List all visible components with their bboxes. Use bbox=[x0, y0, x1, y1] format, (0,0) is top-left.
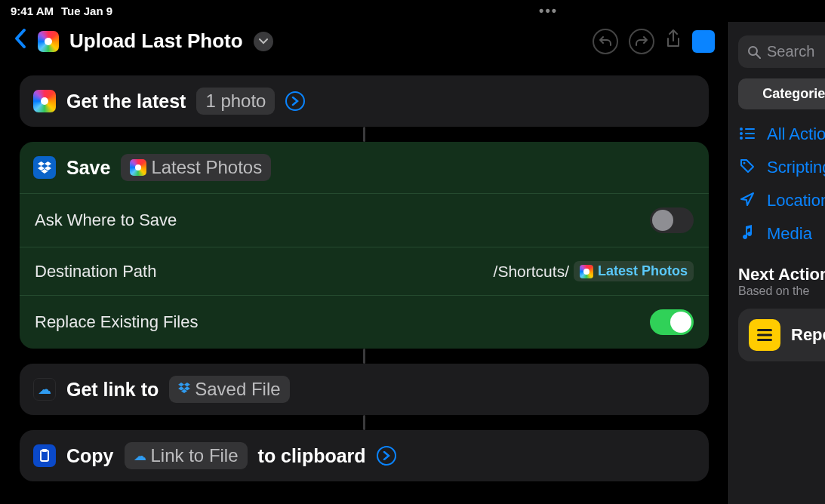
next-action-heading: Next Action bbox=[738, 265, 825, 284]
cloud-icon: ☁ bbox=[33, 378, 56, 401]
redo-icon bbox=[635, 35, 648, 48]
suggestion-repeat[interactable]: Repeat bbox=[738, 309, 825, 361]
svg-rect-0 bbox=[41, 450, 48, 461]
svg-point-8 bbox=[740, 137, 743, 140]
status-date: Tue Jan 9 bbox=[61, 5, 112, 17]
editor-toolbar: Upload Last Photo bbox=[0, 22, 728, 68]
chevron-left-icon bbox=[14, 28, 27, 49]
sidebar-item-location[interactable]: Location bbox=[738, 191, 825, 211]
undo-button[interactable] bbox=[593, 29, 618, 54]
option-label: Replace Existing Files bbox=[35, 312, 198, 332]
action-title: Copy bbox=[66, 445, 114, 467]
multitask-dots-icon[interactable]: ••• bbox=[539, 3, 558, 19]
cloud-icon: ☁ bbox=[134, 448, 146, 464]
next-action-subtitle: Based on the bbox=[738, 284, 825, 298]
redo-button[interactable] bbox=[629, 29, 654, 54]
photos-icon bbox=[580, 265, 593, 278]
suggestion-label: Repeat bbox=[791, 325, 825, 345]
svg-rect-7 bbox=[745, 133, 755, 134]
action-get-link[interactable]: ☁ Get link to Saved File bbox=[20, 364, 709, 415]
music-note-icon bbox=[738, 225, 756, 244]
share-button[interactable] bbox=[665, 29, 682, 54]
action-title: Get the latest bbox=[66, 91, 186, 112]
chevron-right-icon bbox=[383, 451, 390, 460]
search-icon bbox=[747, 45, 761, 59]
sidebar-item-label: All Actions bbox=[767, 124, 825, 144]
dropbox-icon bbox=[33, 156, 56, 179]
chevron-down-icon bbox=[259, 38, 268, 45]
list-icon bbox=[738, 126, 756, 143]
action-title: Get link to bbox=[66, 379, 159, 401]
variable-link-to-file[interactable]: ☁ Link to File bbox=[125, 442, 248, 469]
flow-connector bbox=[20, 127, 709, 142]
status-time: 9:41 AM bbox=[11, 5, 54, 17]
option-label: Destination Path bbox=[35, 262, 156, 281]
back-button[interactable] bbox=[14, 28, 27, 54]
action-get-latest-photos[interactable]: Get the latest 1 photo bbox=[20, 75, 709, 127]
action-save-to-dropbox[interactable]: Save Latest Photos Ask Where to Save Des… bbox=[20, 142, 709, 349]
show-more-button[interactable] bbox=[285, 91, 305, 111]
toggle-ask-where-to-save[interactable] bbox=[650, 207, 694, 233]
svg-point-4 bbox=[740, 128, 743, 131]
sidebar-item-label: Scripting bbox=[767, 158, 825, 177]
svg-rect-12 bbox=[757, 334, 772, 337]
flow-connector bbox=[20, 349, 709, 364]
search-input[interactable]: Search bbox=[738, 35, 825, 68]
photos-icon bbox=[130, 159, 146, 176]
option-label: Ask Where to Save bbox=[35, 211, 177, 230]
clipboard-icon bbox=[33, 444, 56, 467]
svg-rect-11 bbox=[757, 329, 772, 331]
flow-connector bbox=[20, 415, 709, 430]
svg-rect-1 bbox=[42, 449, 47, 452]
repeat-icon bbox=[749, 319, 780, 351]
sidebar-item-label: Location bbox=[767, 191, 825, 211]
categories-button[interactable]: Categories bbox=[738, 78, 825, 109]
status-bar: 9:41 AM Tue Jan 9 ••• bbox=[0, 0, 825, 22]
variable-latest-photos[interactable]: Latest Photos bbox=[574, 261, 694, 281]
action-copy-to-clipboard[interactable]: Copy ☁ Link to File to clipboard bbox=[20, 430, 709, 481]
sidebar-item-media[interactable]: Media bbox=[738, 224, 825, 244]
photos-app-icon bbox=[38, 31, 59, 52]
share-icon bbox=[665, 29, 682, 50]
svg-rect-13 bbox=[757, 339, 772, 341]
undo-icon bbox=[599, 35, 612, 48]
show-more-button[interactable] bbox=[377, 446, 396, 466]
action-suffix: to clipboard bbox=[258, 445, 366, 467]
variable-saved-file[interactable]: Saved File bbox=[169, 376, 289, 403]
option-replace-existing: Replace Existing Files bbox=[20, 295, 709, 349]
svg-rect-5 bbox=[745, 128, 755, 130]
sidebar-item-label: Media bbox=[767, 224, 812, 244]
location-icon bbox=[738, 192, 756, 211]
photos-icon bbox=[33, 90, 56, 112]
variable-latest-photos[interactable]: Latest Photos bbox=[121, 154, 271, 181]
svg-rect-9 bbox=[745, 137, 755, 139]
sidebar-item-all-actions[interactable]: All Actions bbox=[738, 124, 825, 144]
option-destination-path[interactable]: Destination Path /Shortcuts/ Latest Phot… bbox=[20, 247, 709, 295]
sidebar-item-scripting[interactable]: Scripting bbox=[738, 158, 825, 177]
chevron-right-icon bbox=[291, 97, 299, 106]
toggle-replace-existing[interactable] bbox=[650, 309, 694, 335]
svg-point-10 bbox=[743, 161, 746, 164]
action-title: Save bbox=[66, 157, 110, 179]
actions-sidebar: Search Categories All Actions Scripting bbox=[728, 22, 825, 504]
param-photo-count[interactable]: 1 photo bbox=[196, 88, 275, 115]
shortcut-title[interactable]: Upload Last Photo bbox=[69, 29, 243, 53]
svg-point-6 bbox=[740, 132, 743, 135]
option-ask-where-to-save: Ask Where to Save bbox=[20, 194, 709, 247]
svg-line-3 bbox=[756, 54, 760, 58]
tag-icon bbox=[738, 158, 756, 177]
stop-button[interactable] bbox=[692, 30, 715, 53]
dropbox-icon bbox=[178, 382, 190, 397]
destination-path-value[interactable]: /Shortcuts/ Latest Photos bbox=[494, 261, 694, 281]
search-placeholder: Search bbox=[767, 43, 814, 60]
title-menu-button[interactable] bbox=[254, 32, 273, 51]
